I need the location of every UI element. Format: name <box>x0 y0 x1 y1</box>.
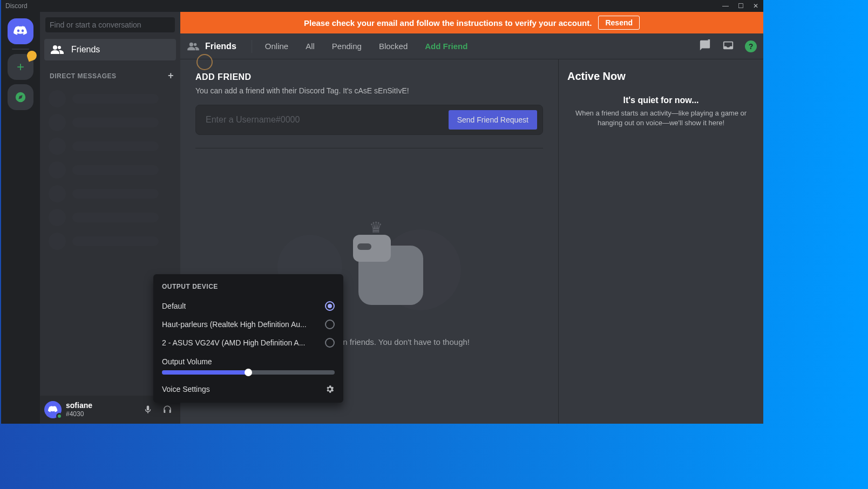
active-now-panel: Active Now It's quiet for now... When a … <box>558 59 763 424</box>
friends-toolbar: Friends Online All Pending Blocked Add F… <box>180 33 763 59</box>
popout-title: OUTPUT DEVICE <box>162 283 335 290</box>
output-option-label: Haut-parleurs (Realtek High Definition A… <box>162 320 307 329</box>
output-option-asus[interactable]: 2 - ASUS VG24V (AMD High Definition A... <box>162 334 335 352</box>
server-rail: + <box>1 12 40 424</box>
discord-logo-icon <box>13 26 28 37</box>
search-placeholder: Find or start a conversation <box>50 21 141 29</box>
slider-fill <box>162 370 248 375</box>
crown-icon: ♛ <box>369 219 383 236</box>
friends-heading: Friends <box>187 42 243 51</box>
conversation-search[interactable]: Find or start a conversation <box>45 17 175 32</box>
add-friend-box: Send Friend Request <box>195 105 543 135</box>
microphone-icon <box>143 405 153 415</box>
discord-window: Discord — ☐ ✕ + Find or start a conversa <box>1 0 763 424</box>
toolbar-divider <box>252 40 252 53</box>
dm-placeholder <box>44 158 176 182</box>
dm-placeholder <box>44 229 176 253</box>
add-friend-subtitle: You can add a friend with their Discord … <box>195 86 543 95</box>
headphones-icon <box>162 405 172 415</box>
dm-header-label: DIRECT MESSAGES <box>50 72 117 80</box>
inbox-button[interactable] <box>722 39 734 53</box>
add-friend-input[interactable] <box>206 115 443 125</box>
tab-blocked[interactable]: Blocked <box>375 39 412 53</box>
plus-icon: + <box>17 59 24 74</box>
gear-icon <box>325 384 335 394</box>
user-avatar[interactable] <box>44 401 62 418</box>
radio-icon <box>325 338 335 348</box>
tab-pending[interactable]: Pending <box>328 39 366 53</box>
new-group-dm-button[interactable] <box>699 39 711 53</box>
output-option-label: Default <box>162 302 186 310</box>
active-now-title: Active Now <box>567 70 755 83</box>
send-friend-request-button[interactable]: Send Friend Request <box>449 110 537 130</box>
guild-separator <box>12 49 29 50</box>
user-name: sofiane <box>66 402 92 410</box>
active-now-empty-sub: When a friend starts an activity—like pl… <box>567 108 755 128</box>
dm-placeholder <box>44 206 176 229</box>
friends-nav-label: Friends <box>71 45 100 55</box>
add-friend-title: ADD FRIEND <box>195 72 543 82</box>
slider-thumb-icon <box>245 369 252 376</box>
home-button[interactable] <box>8 18 33 44</box>
dm-placeholder <box>44 182 176 206</box>
output-option-label: 2 - ASUS VG24V (AMD High Definition A... <box>162 338 305 347</box>
active-now-empty-title: It's quiet for now... <box>567 96 755 105</box>
friends-icon <box>187 42 200 51</box>
compass-icon <box>15 91 26 103</box>
chat-plus-icon <box>699 39 711 51</box>
maximize-button[interactable]: ☐ <box>733 0 748 12</box>
notification-badge-icon <box>25 49 38 62</box>
dm-section-header: DIRECT MESSAGES + <box>40 62 180 85</box>
radio-selected-icon <box>325 301 335 311</box>
tab-add-friend[interactable]: Add Friend <box>421 39 472 53</box>
output-option-default[interactable]: Default <box>162 297 335 315</box>
titlebar: Discord — ☐ ✕ <box>1 0 763 12</box>
dm-placeholder <box>44 87 176 111</box>
tab-all[interactable]: All <box>301 39 319 53</box>
friends-icon <box>51 44 64 55</box>
dm-placeholder <box>44 134 176 158</box>
friends-heading-label: Friends <box>205 42 236 51</box>
question-icon: ? <box>749 42 754 51</box>
banner-text: Please check your email and follow the i… <box>304 18 592 28</box>
inbox-icon <box>722 39 734 51</box>
user-tag: #4030 <box>66 410 92 418</box>
output-volume-label: Output Volume <box>162 357 335 366</box>
explore-servers-button[interactable] <box>8 84 33 110</box>
deafen-button[interactable] <box>159 401 176 418</box>
discord-avatar-icon <box>48 406 58 413</box>
close-button[interactable]: ✕ <box>748 0 763 12</box>
app-title: Discord <box>5 2 28 10</box>
radio-icon <box>325 320 335 329</box>
output-device-popout: OUTPUT DEVICE Default Haut-parleurs (Rea… <box>153 274 343 403</box>
output-option-realtek[interactable]: Haut-parleurs (Realtek High Definition A… <box>162 315 335 334</box>
dm-placeholder <box>44 111 176 134</box>
user-info: sofiane #4030 <box>66 402 92 417</box>
voice-settings-label: Voice Settings <box>162 385 210 393</box>
minimize-button[interactable]: — <box>718 0 733 12</box>
friends-nav-item[interactable]: Friends <box>44 39 176 60</box>
create-dm-button[interactable]: + <box>168 70 174 82</box>
verify-email-banner: Please check your email and follow the i… <box>180 12 763 33</box>
voice-settings-link[interactable]: Voice Settings <box>162 381 335 394</box>
online-status-icon <box>56 413 63 419</box>
tab-online[interactable]: Online <box>261 39 293 53</box>
output-volume-slider[interactable] <box>162 370 335 375</box>
mute-button[interactable] <box>139 401 157 418</box>
help-button[interactable]: ? <box>745 40 757 52</box>
resend-button[interactable]: Resend <box>598 16 640 30</box>
add-server-button[interactable]: + <box>8 54 33 80</box>
